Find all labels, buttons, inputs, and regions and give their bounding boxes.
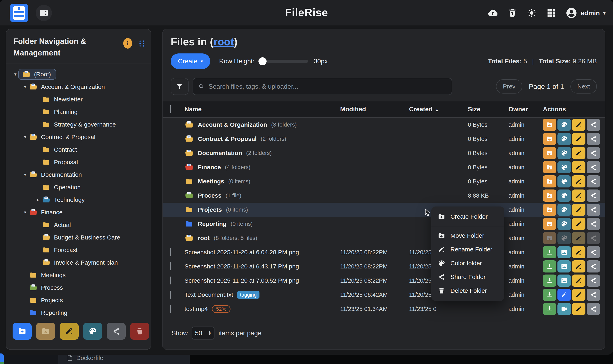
sidebar-item-proposal[interactable]: Proposal: [9, 156, 148, 169]
share-file-button[interactable]: [587, 246, 600, 258]
search-box[interactable]: [193, 78, 452, 95]
rename-folder-button[interactable]: [572, 133, 585, 145]
create-folder-button[interactable]: [13, 323, 32, 340]
sidebar-item-meetings[interactable]: Meetings: [9, 269, 148, 281]
caret-down-icon[interactable]: ▾: [22, 210, 28, 215]
download-button[interactable]: [543, 274, 556, 287]
rename-file-button[interactable]: [572, 260, 585, 273]
color-folder-button[interactable]: [83, 323, 102, 340]
sidebar-item-actual[interactable]: Actual: [9, 219, 148, 231]
info-icon[interactable]: i: [123, 38, 132, 49]
move-folder-button[interactable]: [543, 119, 556, 131]
rename-folder-button[interactable]: [572, 204, 585, 216]
sidebar-item-strategy-governance[interactable]: Strategy & governance: [9, 118, 148, 131]
items-per-page-select[interactable]: 50 ▲▼: [192, 326, 214, 339]
preview-image-button[interactable]: [557, 246, 571, 258]
column-header-name[interactable]: Name: [184, 106, 340, 113]
sidebar-item-reporting[interactable]: Reporting: [9, 307, 148, 319]
color-folder-button[interactable]: [557, 119, 571, 131]
context-create-folder[interactable]: Create Folder: [431, 210, 504, 223]
share-folder-button[interactable]: [587, 175, 600, 187]
table-row-folder-root[interactable]: root(8 folders, 5 files) admin: [163, 231, 605, 245]
download-button[interactable]: [543, 289, 556, 301]
share-folder-button[interactable]: [587, 218, 600, 230]
context-share-folder[interactable]: Share Folder: [431, 270, 504, 284]
table-row-file[interactable]: Screenshot 2025-11-20 at 6.43.17 PM.png …: [163, 259, 605, 273]
share-file-button[interactable]: [587, 289, 600, 301]
column-header-size[interactable]: Size: [468, 106, 508, 113]
preview-image-button[interactable]: [557, 260, 571, 273]
color-folder-button[interactable]: [557, 133, 571, 145]
share-file-button[interactable]: [587, 260, 600, 273]
row-checkbox[interactable]: [170, 276, 171, 285]
caret-down-icon[interactable]: ▾: [13, 72, 18, 77]
table-row-file[interactable]: Screenshot 2025-11-20 at 7.00.52 PM.png …: [163, 273, 605, 288]
download-button[interactable]: [543, 246, 556, 258]
table-row-folder[interactable]: Meetings(0 items) 0 Bytesadmin: [163, 174, 605, 188]
table-row-folder[interactable]: Process(1 file) 8.88 KBadmin: [163, 188, 605, 203]
rename-folder-button[interactable]: [60, 323, 79, 340]
download-button[interactable]: [543, 303, 556, 315]
rename-folder-button[interactable]: [572, 161, 585, 173]
sidebar-item-budget-business-care[interactable]: Budget & Business Care: [9, 231, 148, 244]
rename-folder-button[interactable]: [572, 147, 585, 159]
preview-image-button[interactable]: [557, 274, 571, 287]
sidebar-item-forecast[interactable]: Forecast: [9, 244, 148, 256]
column-header-created[interactable]: Created▲: [409, 106, 468, 113]
sidebar-item-invoice-payment-plan[interactable]: Invoice & Payment plan: [9, 256, 148, 269]
caret-right-icon[interactable]: ▸: [35, 197, 41, 202]
delete-folder-button[interactable]: [130, 323, 149, 340]
table-row-file[interactable]: test.mp452% 11/23/25 01:34AM11/23/25 0 a…: [163, 302, 605, 316]
trash-restore-button[interactable]: [507, 8, 517, 18]
caret-down-icon[interactable]: ▾: [22, 172, 28, 177]
caret-down-icon[interactable]: ▾: [22, 84, 28, 90]
share-file-button[interactable]: [587, 303, 600, 315]
move-folder-button[interactable]: [543, 190, 556, 202]
prev-page-button[interactable]: Prev: [496, 79, 522, 93]
move-folder-button[interactable]: [543, 161, 556, 173]
caret-down-icon[interactable]: ▾: [22, 134, 28, 140]
create-button[interactable]: Create▾: [171, 53, 210, 69]
edit-text-button[interactable]: [557, 289, 571, 301]
sidebar-item-planning[interactable]: Planning: [9, 106, 148, 118]
sidebar-item-technology[interactable]: ▸Technology: [9, 194, 148, 206]
table-row-folder[interactable]: Finance(4 folders) 0 Bytesadmin: [163, 160, 605, 174]
context-rename-folder[interactable]: Rename Folder: [431, 243, 504, 256]
share-folder-button[interactable]: [587, 190, 600, 202]
rename-file-button[interactable]: [572, 289, 585, 301]
rename-file-button[interactable]: [572, 274, 585, 287]
move-folder-button[interactable]: [543, 133, 556, 145]
sidebar-item-process[interactable]: Process: [9, 281, 148, 294]
row-checkbox[interactable]: [170, 305, 171, 313]
theme-toggle-button[interactable]: [527, 8, 537, 18]
play-video-button[interactable]: [557, 303, 571, 315]
move-folder-button[interactable]: [543, 204, 556, 216]
move-folder-button[interactable]: [543, 175, 556, 187]
drag-handle-icon[interactable]: [139, 40, 144, 47]
color-folder-button[interactable]: [557, 218, 571, 230]
context-move-folder[interactable]: Move Folder: [431, 229, 504, 243]
table-row-folder[interactable]: Account & Organization(3 folders) 0 Byte…: [163, 118, 605, 132]
share-folder-button[interactable]: [587, 204, 600, 216]
row-checkbox[interactable]: [170, 262, 171, 270]
share-file-button[interactable]: [587, 274, 600, 287]
sidebar-item-contract[interactable]: Contract: [9, 143, 148, 156]
sidebar-item-finance[interactable]: ▾Finance: [9, 206, 148, 219]
row-height-slider[interactable]: [259, 60, 308, 63]
table-row-file[interactable]: Screenshot 2025-11-20 at 6.04.28 PM.png …: [163, 245, 605, 259]
rename-folder-button[interactable]: [572, 190, 585, 202]
move-folder-button[interactable]: [543, 218, 556, 230]
table-row-folder[interactable]: Documentation(2 folders) 0 Bytesadmin: [163, 146, 605, 160]
slider-thumb[interactable]: [258, 57, 266, 65]
share-folder-button[interactable]: [587, 161, 600, 173]
root-breadcrumb-link[interactable]: root: [213, 36, 234, 48]
move-folder-button[interactable]: [36, 323, 55, 340]
upload-button[interactable]: [488, 8, 498, 18]
apps-grid-button[interactable]: [546, 8, 557, 18]
rename-file-button[interactable]: [572, 246, 585, 258]
rename-folder-button[interactable]: [572, 119, 585, 131]
rename-folder-button[interactable]: [572, 175, 585, 187]
column-header-owner[interactable]: Owner: [508, 106, 543, 113]
row-checkbox[interactable]: [170, 291, 171, 299]
sidebar-item-operation[interactable]: Operation: [9, 181, 148, 194]
